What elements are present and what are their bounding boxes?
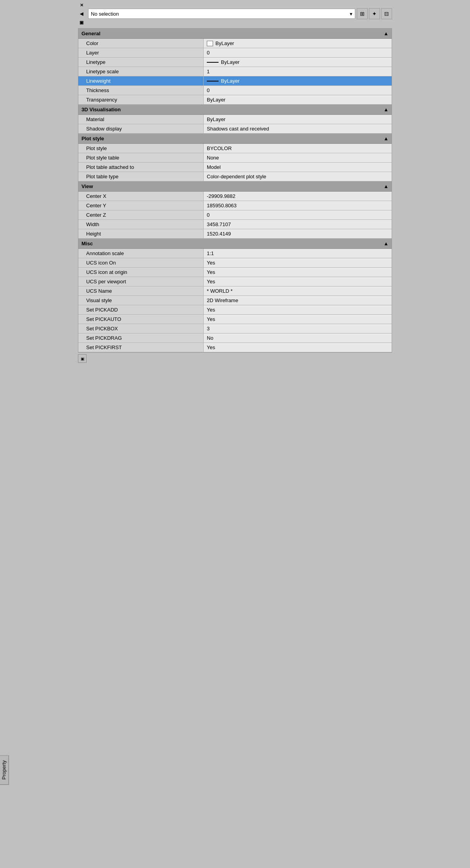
property-label: Transparency [78,95,204,104]
property-row[interactable]: UCS icon OnYes [78,258,392,268]
toolbar-button-2[interactable]: ✦ [369,8,380,19]
section-title-plot-style: Plot style [81,136,104,141]
property-value[interactable]: 2D Wireframe [204,296,392,305]
property-row[interactable]: Center Y185950.8063 [78,201,392,210]
toolbar-button-1[interactable]: ⊞ [357,8,368,19]
property-label: Visual style [78,296,204,305]
bottom-icon-button[interactable]: ▣ [78,354,87,363]
property-label: Shadow display [78,124,204,133]
property-value[interactable]: Yes [204,343,392,352]
property-row[interactable]: Thickness0 [78,86,392,95]
dropdown-arrow-icon: ▾ [350,11,352,17]
section-header-3d-visualisation[interactable]: 3D Visualisation ▲ [78,105,392,115]
property-row[interactable]: Set PICKBOX3 [78,324,392,333]
property-value[interactable]: BYCOLOR [204,144,392,153]
pin-button[interactable]: ◀ [78,10,85,17]
property-label: Plot style table [78,153,204,162]
property-label: Annotation scale [78,249,204,258]
property-row[interactable]: Height1520.4149 [78,229,392,239]
property-label: Material [78,115,204,124]
property-row[interactable]: Visual style2D Wireframe [78,296,392,305]
grid-icon: ⊞ [360,11,365,17]
property-value[interactable]: Yes [204,268,392,277]
property-value[interactable]: Shadows cast and received [204,124,392,133]
property-row[interactable]: TransparencyByLayer [78,95,392,105]
notebook-button[interactable]: ▣ [78,19,85,26]
property-value[interactable]: Yes [204,305,392,314]
property-value[interactable]: 3458.7107 [204,220,392,229]
property-row[interactable]: Set PICKADDYes [78,305,392,315]
close-button[interactable]: ✕ [78,2,85,9]
property-row[interactable]: MaterialByLayer [78,115,392,124]
section-title-3d-visualisation: 3D Visualisation [81,107,121,112]
property-value[interactable]: None [204,153,392,162]
window-controls: ✕ ◀ ▣ [78,2,85,26]
section-header-misc[interactable]: Misc ▲ [78,239,392,249]
property-label: Width [78,220,204,229]
property-value[interactable]: Yes [204,258,392,267]
property-row[interactable]: Plot style tableNone [78,153,392,163]
property-row[interactable]: LinetypeByLayer [78,58,392,67]
property-value[interactable]: -29909.9882 [204,192,392,201]
side-label: Property [0,755,9,785]
property-row[interactable]: Linetype scale1 [78,67,392,76]
property-row[interactable]: Annotation scale1:1 [78,249,392,258]
property-row[interactable]: UCS per viewportYes [78,277,392,286]
property-row[interactable]: Set PICKFIRSTYes [78,343,392,352]
property-row[interactable]: Plot table attached toModel [78,163,392,172]
property-label: Set PICKBOX [78,324,204,333]
property-row[interactable]: LineweightByLayer [78,76,392,86]
property-row[interactable]: Set PICKDRAGNo [78,333,392,343]
property-label: Center Z [78,210,204,219]
bottom-bar: ▣ [76,353,394,364]
property-value[interactable]: Yes [204,315,392,324]
property-value[interactable]: ByLayer [204,39,392,48]
toolbar-icons: ⊞ ✦ ⊟ [357,8,392,19]
property-row[interactable]: UCS icon at originYes [78,268,392,277]
property-value[interactable]: * WORLD * [204,286,392,295]
section-title-misc: Misc [81,241,93,246]
property-value[interactable]: 1:1 [204,249,392,258]
property-value[interactable]: 0 [204,48,392,57]
property-value[interactable]: Model [204,163,392,172]
property-label: UCS Name [78,286,204,295]
property-value[interactable]: 1520.4149 [204,229,392,238]
property-value[interactable]: No [204,333,392,342]
property-value[interactable]: Color-dependent plot style [204,172,392,181]
property-row[interactable]: Plot table typeColor-dependent plot styl… [78,172,392,181]
property-row[interactable]: Width3458.7107 [78,220,392,229]
property-value[interactable]: ByLayer [204,76,392,85]
section-title-general: General [81,31,100,36]
property-value[interactable]: 0 [204,86,392,95]
property-label: Color [78,39,204,48]
section-header-plot-style[interactable]: Plot style ▲ [78,134,392,144]
toolbar-button-3[interactable]: ⊟ [381,8,392,19]
property-value[interactable]: ByLayer [204,58,392,67]
property-label: Linetype scale [78,67,204,76]
property-value[interactable]: 1 [204,67,392,76]
collapse-icon-general: ▲ [383,31,389,36]
property-value[interactable]: 0 [204,210,392,219]
section-header-general[interactable]: General ▲ [78,29,392,39]
property-row[interactable]: ColorByLayer [78,39,392,48]
section-title-view: View [81,183,93,189]
property-row[interactable]: Center Z0 [78,210,392,220]
property-value[interactable]: 185950.8063 [204,201,392,210]
section-header-view[interactable]: View ▲ [78,181,392,192]
property-row[interactable]: Set PICKAUTOYes [78,315,392,324]
property-row[interactable]: Layer0 [78,48,392,58]
line-sample-icon [207,62,219,63]
property-value[interactable]: Yes [204,277,392,286]
property-row[interactable]: Plot styleBYCOLOR [78,144,392,153]
property-row[interactable]: Center X-29909.9882 [78,192,392,201]
property-row[interactable]: UCS Name* WORLD * [78,286,392,296]
property-value[interactable]: 3 [204,324,392,333]
selection-dropdown[interactable]: No selection ▾ [88,9,355,19]
property-label: Height [78,229,204,238]
property-row[interactable]: Shadow displayShadows cast and received [78,124,392,134]
property-value[interactable]: ByLayer [204,115,392,124]
property-value[interactable]: ByLayer [204,95,392,104]
property-label: Set PICKFIRST [78,343,204,352]
property-label: Center Y [78,201,204,210]
property-label: Set PICKADD [78,305,204,314]
